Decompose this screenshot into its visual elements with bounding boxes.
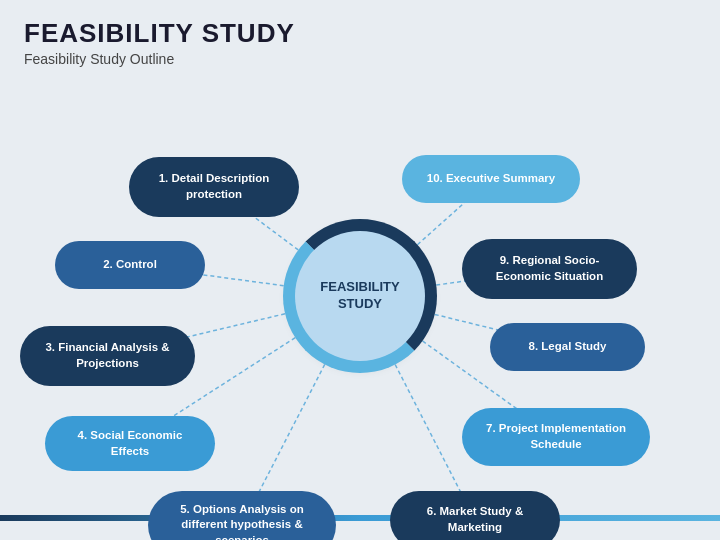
center-line2: STUDY (320, 296, 399, 313)
node-label-n6: 6. Market Study & Marketing (404, 504, 546, 535)
bottom-bar (0, 515, 720, 521)
node-label-n9: 9. Regional Socio- Economic Situation (476, 253, 623, 284)
node-label-n1: 1. Detail Description protection (143, 171, 285, 202)
node-label-n3: 3. Financial Analysis & Projections (34, 340, 181, 371)
node-n5: 5. Options Analysis on different hypothe… (148, 491, 336, 540)
node-n1: 1. Detail Description protection (129, 157, 299, 217)
node-n6: 6. Market Study & Marketing (390, 491, 560, 540)
node-n10: 10. Executive Summary (402, 155, 580, 203)
node-label-n10: 10. Executive Summary (427, 171, 556, 187)
node-label-n5: 5. Options Analysis on different hypothe… (162, 502, 322, 540)
center-line1: FEASIBILITY (320, 279, 399, 296)
header: FEASIBILITY STUDY Feasibility Study Outl… (0, 0, 720, 71)
center-circle: FEASIBILITY STUDY (290, 226, 430, 366)
page-title: FEASIBILITY STUDY (24, 18, 696, 49)
diagram-area: FEASIBILITY STUDY 1. Detail Description … (0, 71, 720, 521)
node-n3: 3. Financial Analysis & Projections (20, 326, 195, 386)
node-label-n4: 4. Social Economic Effects (59, 428, 201, 459)
node-n8: 8. Legal Study (490, 323, 645, 371)
node-n2: 2. Control (55, 241, 205, 289)
node-n7: 7. Project Implementation Schedule (462, 408, 650, 466)
node-n4: 4. Social Economic Effects (45, 416, 215, 471)
node-n9: 9. Regional Socio- Economic Situation (462, 239, 637, 299)
node-label-n8: 8. Legal Study (529, 339, 607, 355)
node-label-n2: 2. Control (103, 257, 157, 273)
node-label-n7: 7. Project Implementation Schedule (476, 421, 636, 452)
page-subtitle: Feasibility Study Outline (24, 51, 696, 67)
